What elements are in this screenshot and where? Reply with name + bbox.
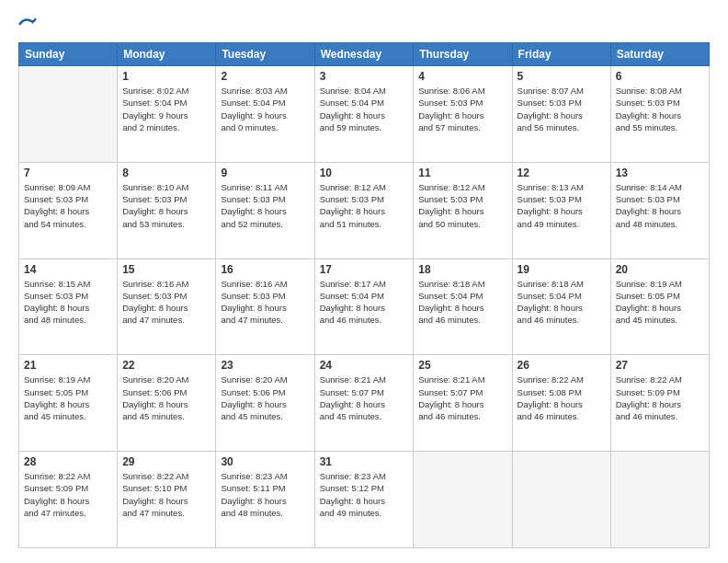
day-number: 9 — [221, 167, 309, 179]
day-info: Sunrise: 8:22 AM Sunset: 5:10 PM Dayligh… — [122, 470, 210, 519]
col-header-friday: Friday — [512, 43, 610, 66]
day-info: Sunrise: 8:09 AM Sunset: 5:03 PM Dayligh… — [24, 181, 112, 230]
day-cell — [610, 452, 709, 548]
day-info: Sunrise: 8:10 AM Sunset: 5:03 PM Dayligh… — [122, 181, 210, 230]
day-number: 4 — [418, 70, 506, 83]
day-info: Sunrise: 8:16 AM Sunset: 5:03 PM Dayligh… — [122, 278, 210, 327]
day-number: 6 — [616, 70, 704, 83]
day-number: 18 — [418, 263, 506, 276]
day-info: Sunrise: 8:06 AM Sunset: 5:03 PM Dayligh… — [418, 85, 506, 133]
day-number: 3 — [320, 70, 409, 83]
day-cell: 31Sunrise: 8:23 AM Sunset: 5:12 PM Dayli… — [314, 452, 414, 548]
day-number: 1 — [122, 70, 210, 83]
page: SundayMondayTuesdayWednesdayThursdayFrid… — [0, 0, 728, 563]
day-cell: 24Sunrise: 8:21 AM Sunset: 5:07 PM Dayli… — [314, 355, 414, 452]
day-cell: 5Sunrise: 8:07 AM Sunset: 5:03 PM Daylig… — [512, 66, 610, 163]
day-info: Sunrise: 8:22 AM Sunset: 5:08 PM Dayligh… — [518, 373, 606, 422]
col-header-tuesday: Tuesday — [216, 43, 314, 66]
day-info: Sunrise: 8:13 AM Sunset: 5:03 PM Dayligh… — [518, 181, 606, 230]
week-row-1: 1Sunrise: 8:02 AM Sunset: 5:04 PM Daylig… — [19, 66, 710, 163]
day-number: 12 — [518, 167, 606, 179]
day-cell: 12Sunrise: 8:13 AM Sunset: 5:03 PM Dayli… — [512, 162, 610, 259]
week-row-4: 21Sunrise: 8:19 AM Sunset: 5:05 PM Dayli… — [19, 355, 710, 452]
day-info: Sunrise: 8:20 AM Sunset: 5:06 PM Dayligh… — [221, 373, 309, 422]
day-number: 26 — [518, 359, 606, 372]
day-info: Sunrise: 8:21 AM Sunset: 5:07 PM Dayligh… — [418, 373, 506, 422]
day-cell: 8Sunrise: 8:10 AM Sunset: 5:03 PM Daylig… — [118, 162, 216, 259]
day-cell: 3Sunrise: 8:04 AM Sunset: 5:04 PM Daylig… — [314, 66, 414, 163]
day-cell: 27Sunrise: 8:22 AM Sunset: 5:09 PM Dayli… — [610, 355, 709, 452]
day-cell: 17Sunrise: 8:17 AM Sunset: 5:04 PM Dayli… — [314, 259, 414, 355]
day-cell: 6Sunrise: 8:08 AM Sunset: 5:03 PM Daylig… — [610, 66, 709, 163]
day-cell: 9Sunrise: 8:11 AM Sunset: 5:03 PM Daylig… — [216, 162, 314, 259]
day-info: Sunrise: 8:11 AM Sunset: 5:03 PM Dayligh… — [221, 181, 309, 230]
day-number: 5 — [518, 70, 606, 83]
day-info: Sunrise: 8:19 AM Sunset: 5:05 PM Dayligh… — [24, 373, 112, 422]
day-info: Sunrise: 8:15 AM Sunset: 5:03 PM Dayligh… — [24, 278, 112, 327]
day-number: 2 — [221, 70, 309, 83]
day-info: Sunrise: 8:12 AM Sunset: 5:03 PM Dayligh… — [320, 181, 409, 230]
col-header-saturday: Saturday — [610, 43, 709, 66]
col-header-monday: Monday — [118, 43, 216, 66]
day-info: Sunrise: 8:16 AM Sunset: 5:03 PM Dayligh… — [221, 278, 309, 327]
day-number: 22 — [122, 359, 210, 372]
day-cell: 15Sunrise: 8:16 AM Sunset: 5:03 PM Dayli… — [118, 259, 216, 355]
week-row-3: 14Sunrise: 8:15 AM Sunset: 5:03 PM Dayli… — [19, 259, 710, 355]
day-cell: 25Sunrise: 8:21 AM Sunset: 5:07 PM Dayli… — [414, 355, 512, 452]
day-number: 16 — [221, 263, 309, 276]
day-number: 24 — [320, 359, 409, 372]
day-number: 29 — [122, 455, 210, 468]
day-number: 8 — [122, 167, 210, 179]
day-cell: 11Sunrise: 8:12 AM Sunset: 5:03 PM Dayli… — [414, 162, 512, 259]
day-cell: 20Sunrise: 8:19 AM Sunset: 5:05 PM Dayli… — [610, 259, 709, 355]
day-number: 21 — [24, 359, 112, 372]
day-number: 15 — [122, 263, 210, 276]
day-cell — [414, 452, 512, 548]
day-number: 11 — [418, 167, 506, 179]
day-number: 20 — [616, 263, 704, 276]
day-cell: 26Sunrise: 8:22 AM Sunset: 5:08 PM Dayli… — [512, 355, 610, 452]
day-info: Sunrise: 8:23 AM Sunset: 5:12 PM Dayligh… — [320, 470, 409, 519]
day-number: 7 — [24, 167, 112, 179]
day-info: Sunrise: 8:18 AM Sunset: 5:04 PM Dayligh… — [418, 278, 506, 327]
day-info: Sunrise: 8:04 AM Sunset: 5:04 PM Dayligh… — [320, 85, 409, 133]
day-info: Sunrise: 8:20 AM Sunset: 5:06 PM Dayligh… — [122, 373, 210, 422]
day-info: Sunrise: 8:03 AM Sunset: 5:04 PM Dayligh… — [221, 85, 309, 133]
day-info: Sunrise: 8:22 AM Sunset: 5:09 PM Dayligh… — [616, 373, 704, 422]
day-info: Sunrise: 8:14 AM Sunset: 5:03 PM Dayligh… — [616, 181, 704, 230]
day-cell: 18Sunrise: 8:18 AM Sunset: 5:04 PM Dayli… — [414, 259, 512, 355]
day-info: Sunrise: 8:08 AM Sunset: 5:03 PM Dayligh… — [616, 85, 704, 133]
day-cell: 23Sunrise: 8:20 AM Sunset: 5:06 PM Dayli… — [216, 355, 314, 452]
day-cell: 10Sunrise: 8:12 AM Sunset: 5:03 PM Dayli… — [314, 162, 414, 259]
day-cell: 4Sunrise: 8:06 AM Sunset: 5:03 PM Daylig… — [414, 66, 512, 163]
day-info: Sunrise: 8:19 AM Sunset: 5:05 PM Dayligh… — [616, 278, 704, 327]
day-info: Sunrise: 8:22 AM Sunset: 5:09 PM Dayligh… — [24, 470, 112, 519]
day-cell: 7Sunrise: 8:09 AM Sunset: 5:03 PM Daylig… — [19, 162, 118, 259]
day-info: Sunrise: 8:23 AM Sunset: 5:11 PM Dayligh… — [221, 470, 309, 519]
day-number: 17 — [320, 263, 409, 276]
day-cell — [19, 66, 118, 163]
day-cell: 16Sunrise: 8:16 AM Sunset: 5:03 PM Dayli… — [216, 259, 314, 355]
day-info: Sunrise: 8:12 AM Sunset: 5:03 PM Dayligh… — [418, 181, 506, 230]
day-number: 30 — [221, 455, 309, 468]
day-number: 28 — [24, 455, 112, 468]
day-info: Sunrise: 8:18 AM Sunset: 5:04 PM Dayligh… — [518, 278, 606, 327]
day-number: 19 — [518, 263, 606, 276]
logo-icon — [18, 15, 37, 33]
day-cell: 21Sunrise: 8:19 AM Sunset: 5:05 PM Dayli… — [19, 355, 118, 452]
day-info: Sunrise: 8:07 AM Sunset: 5:03 PM Dayligh… — [518, 85, 606, 133]
day-cell: 1Sunrise: 8:02 AM Sunset: 5:04 PM Daylig… — [118, 66, 216, 163]
day-cell: 2Sunrise: 8:03 AM Sunset: 5:04 PM Daylig… — [216, 66, 314, 163]
day-cell: 29Sunrise: 8:22 AM Sunset: 5:10 PM Dayli… — [118, 452, 216, 548]
calendar-table: SundayMondayTuesdayWednesdayThursdayFrid… — [18, 42, 710, 548]
day-cell: 30Sunrise: 8:23 AM Sunset: 5:11 PM Dayli… — [216, 452, 314, 548]
day-cell: 28Sunrise: 8:22 AM Sunset: 5:09 PM Dayli… — [19, 452, 118, 548]
day-number: 14 — [24, 263, 112, 276]
day-info: Sunrise: 8:17 AM Sunset: 5:04 PM Dayligh… — [320, 278, 409, 327]
day-cell: 13Sunrise: 8:14 AM Sunset: 5:03 PM Dayli… — [610, 162, 709, 259]
day-cell — [512, 452, 610, 548]
week-row-5: 28Sunrise: 8:22 AM Sunset: 5:09 PM Dayli… — [19, 452, 710, 548]
logo — [18, 15, 40, 33]
day-number: 27 — [616, 359, 704, 372]
week-row-2: 7Sunrise: 8:09 AM Sunset: 5:03 PM Daylig… — [19, 162, 710, 259]
